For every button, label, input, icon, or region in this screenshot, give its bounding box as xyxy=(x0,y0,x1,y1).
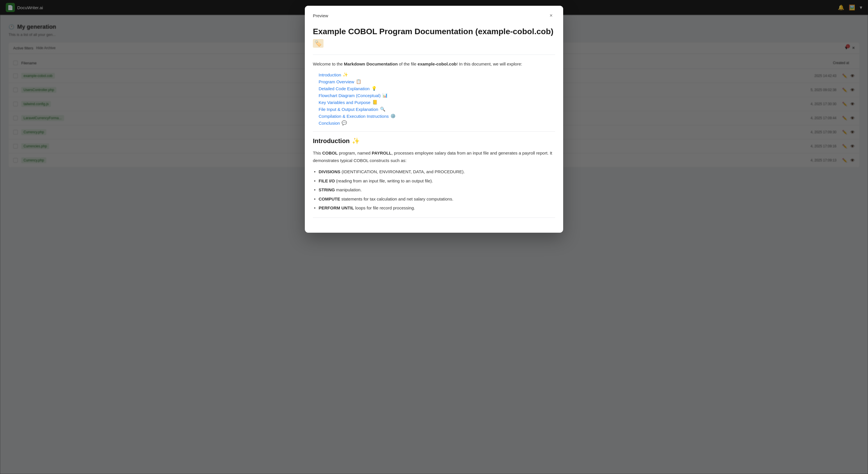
toc-text-5: Key Variables and Purpose xyxy=(319,100,371,105)
preview-modal: Preview × Example COBOL Program Document… xyxy=(305,6,563,233)
modal-header-title: Preview xyxy=(313,13,328,18)
bullet-item-compute: COMPUTE statements for tax calculation a… xyxy=(313,195,555,203)
section1-bullet-list: DIVISIONS (IDENTIFICATION, ENVIRONMENT, … xyxy=(313,168,555,212)
toc-item-8: Conclusion 💬 xyxy=(319,120,555,125)
toc-text-1: Introduction xyxy=(319,72,341,77)
toc-text-3: Detailed Code Explanation xyxy=(319,86,370,91)
section1-body: This COBOL program, named PAYROLL, proce… xyxy=(313,149,555,164)
bullet-item-perform: PERFORM UNTIL loops for file record proc… xyxy=(313,204,555,212)
toc-link-6[interactable]: File Input & Output Explanation 🔍 xyxy=(319,107,555,112)
toc-emoji-6: 🔍 xyxy=(380,107,385,112)
doc-title: Example COBOL Program Documentation (exa… xyxy=(313,26,555,48)
toc-text-4: Flowchart Diagram (Conceptual) xyxy=(319,93,381,98)
toc-item-4: Flowchart Diagram (Conceptual) 📊 xyxy=(319,93,555,98)
modal-close-button[interactable]: × xyxy=(547,11,555,20)
toc-emoji-7: ⚙️ xyxy=(391,114,396,119)
toc-text-6: File Input & Output Explanation xyxy=(319,107,378,112)
toc-text-8: Conclusion xyxy=(319,121,340,125)
intro-bold: Markdown Documentation xyxy=(344,61,398,66)
intro-filename: example-cobol.cob xyxy=(417,61,457,66)
toc-emoji-3: 💡 xyxy=(371,86,377,91)
toc-emoji-5: 📒 xyxy=(372,100,378,105)
table-of-contents: Introduction ✨ Program Overview 📋 Detail… xyxy=(319,72,555,125)
bullet-item-divisions: DIVISIONS (IDENTIFICATION, ENVIRONMENT, … xyxy=(313,168,555,176)
toc-link-5[interactable]: Key Variables and Purpose 📒 xyxy=(319,100,555,105)
toc-text-7: Compilation & Execution Instructions xyxy=(319,114,389,119)
toc-item-6: File Input & Output Explanation 🔍 xyxy=(319,107,555,112)
toc-link-2[interactable]: Program Overview 📋 xyxy=(319,79,555,84)
string-bold: STRING xyxy=(319,187,335,192)
toc-link-3[interactable]: Detailed Code Explanation 💡 xyxy=(319,86,555,91)
modal-backdrop: Preview × Example COBOL Program Document… xyxy=(0,0,868,474)
payroll-bold: PAYROLL xyxy=(372,151,392,155)
section1-title-text: Introduction xyxy=(313,137,350,145)
toc-item-5: Key Variables and Purpose 📒 xyxy=(319,100,555,105)
compute-bold: COMPUTE xyxy=(319,197,340,201)
toc-item-7: Compilation & Execution Instructions ⚙️ xyxy=(319,114,555,119)
perform-bold: PERFORM UNTIL xyxy=(319,205,354,210)
toc-link-1[interactable]: Introduction ✨ xyxy=(319,72,555,77)
toc-link-7[interactable]: Compilation & Execution Instructions ⚙️ xyxy=(319,114,555,119)
toc-link-4[interactable]: Flowchart Diagram (Conceptual) 📊 xyxy=(319,93,555,98)
toc-item-3: Detailed Code Explanation 💡 xyxy=(319,86,555,91)
modal-header: Preview × xyxy=(305,6,563,24)
divider-1 xyxy=(313,55,555,55)
fileio-bold: FILE I/O xyxy=(319,178,335,183)
toc-item-2: Program Overview 📋 xyxy=(319,79,555,84)
toc-item-1: Introduction ✨ xyxy=(319,72,555,77)
section1-emoji: ✨ xyxy=(352,137,360,145)
section-introduction-title: Introduction ✨ xyxy=(313,137,555,145)
intro-paragraph: Welcome to the Markdown Documentation of… xyxy=(313,61,555,67)
divider-2 xyxy=(313,131,555,131)
toc-text-2: Program Overview xyxy=(319,79,354,84)
bullet-item-string: STRING manipulation. xyxy=(313,186,555,194)
divisions-bold: DIVISIONS xyxy=(319,169,340,174)
bullet-item-file-io: FILE I/O (reading from an input file, wr… xyxy=(313,177,555,185)
file-tag-emoji: 🏷️ xyxy=(313,39,323,48)
toc-emoji-2: 📋 xyxy=(356,79,361,84)
modal-body: Example COBOL Program Documentation (exa… xyxy=(305,24,563,233)
toc-link-8[interactable]: Conclusion 💬 xyxy=(319,120,555,125)
cobol-bold: COBOL xyxy=(322,151,338,155)
toc-emoji-4: 📊 xyxy=(382,93,388,98)
toc-emoji-1: ✨ xyxy=(343,72,348,77)
doc-title-text: Example COBOL Program Documentation (exa… xyxy=(313,26,553,37)
divider-3 xyxy=(313,217,555,218)
toc-emoji-8: 💬 xyxy=(342,120,347,125)
